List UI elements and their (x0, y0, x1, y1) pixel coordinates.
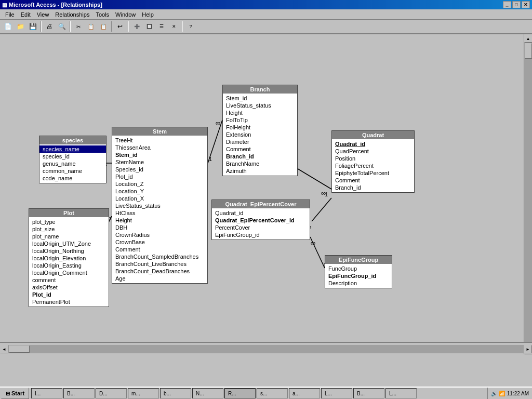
field-plot-id[interactable]: Plot_id (29, 291, 109, 298)
field-stem-height[interactable]: Height (112, 217, 207, 224)
field-stem-species[interactable]: Species_id (112, 166, 207, 173)
taskbar-item-9[interactable]: a... (289, 388, 320, 398)
field-foliagepercent[interactable]: FoliagePercent (332, 162, 414, 169)
close-button[interactable]: ✕ (522, 1, 530, 8)
taskbar-item-4[interactable]: m... (128, 388, 159, 398)
menu-edit[interactable]: Edit (18, 10, 34, 19)
taskbar-item-11[interactable]: B... (353, 388, 384, 398)
taskbar-item-2[interactable]: B... (63, 388, 95, 398)
field-epiphytetotal[interactable]: EpiphyteTotalPercent (332, 169, 414, 177)
scroll-up[interactable]: ▲ (524, 34, 533, 43)
field-stem-name[interactable]: StemName (112, 158, 207, 166)
menu-view[interactable]: View (34, 10, 52, 19)
show-all-button[interactable]: ☰ (156, 21, 167, 32)
scroll-left[interactable]: ◄ (0, 345, 8, 353)
taskbar-item-5[interactable]: b... (160, 388, 191, 398)
field-plot-size[interactable]: plot_size (29, 225, 109, 233)
field-position[interactable]: Position (332, 155, 414, 162)
menu-tools[interactable]: Tools (92, 10, 112, 19)
field-epi-id[interactable]: Quadrat_EpiPercentCover_id (212, 217, 310, 224)
field-branch-height[interactable]: Height (223, 109, 297, 116)
field-stem-crownradius[interactable]: CrownRadius (112, 231, 207, 238)
menu-help[interactable]: Help (139, 10, 157, 19)
field-stem-locz[interactable]: Location_Z (112, 180, 207, 188)
add-table-button[interactable]: ➕ (131, 21, 142, 32)
field-quadrat-comment[interactable]: Comment (332, 177, 414, 184)
taskbar-item-3[interactable]: D... (96, 388, 127, 398)
field-branch-livestatus[interactable]: LiveStatus_status (223, 102, 297, 109)
cut-button[interactable]: ✂ (73, 21, 84, 32)
minimize-button[interactable]: _ (503, 1, 511, 8)
field-branch-name[interactable]: BranchName (223, 160, 297, 167)
field-stem-branchlive[interactable]: BranchCount_LiveBranches (112, 260, 207, 268)
new-button[interactable]: 📄 (2, 21, 14, 32)
taskbar-item-6[interactable]: N... (192, 388, 223, 398)
preview-button[interactable]: 🔍 (56, 21, 68, 32)
field-local-utm[interactable]: localOrigin_UTM_Zone (29, 240, 109, 247)
field-common-name[interactable]: common_name (39, 167, 106, 175)
field-epifuncgroup-id2[interactable]: EpiFuncGroup_id (325, 272, 392, 280)
field-local-easting[interactable]: localOrigin_Easting (29, 262, 109, 269)
field-stem-htclass[interactable]: HtClass (112, 209, 207, 217)
menu-file[interactable]: File (2, 10, 18, 19)
field-description[interactable]: Description (325, 280, 392, 287)
field-quadrat-branchid[interactable]: Branch_id (332, 184, 414, 191)
scroll-track-h[interactable] (8, 345, 524, 353)
taskbar-item-10[interactable]: L... (321, 388, 352, 398)
field-branch-id[interactable]: Branch_id (223, 153, 297, 160)
table-plot-header[interactable]: Plot (29, 209, 109, 217)
field-epifuncgroup-id[interactable]: EpiFuncGroup_id (212, 231, 310, 238)
field-species-id[interactable]: species_id (39, 153, 106, 160)
field-epi-quadratid[interactable]: Quadrat_id (212, 209, 310, 217)
clear-layout-button[interactable]: ✕ (168, 21, 180, 32)
field-stem-treeht[interactable]: TreeHt (112, 137, 207, 144)
field-local-elevation[interactable]: localOrigin_Elevation (29, 255, 109, 262)
field-quadrat-id[interactable]: Quadrat_id (332, 140, 414, 148)
field-stem-crownbase[interactable]: CrownBase (112, 238, 207, 246)
menu-window[interactable]: Window (112, 10, 139, 19)
field-quadpercent[interactable]: QuadPercent (332, 148, 414, 155)
table-branch-header[interactable]: Branch (223, 85, 297, 94)
table-epifuncgroup-header[interactable]: EpiFuncGroup (325, 256, 392, 264)
field-branch-comment[interactable]: Comment (223, 145, 297, 153)
field-stem-locy[interactable]: Location_Y (112, 188, 207, 195)
field-stem-thiessen[interactable]: ThiessenArea (112, 144, 207, 151)
field-axis-offset[interactable]: axisOffset (29, 284, 109, 291)
field-branch-folheight[interactable]: FolHeight (223, 124, 297, 131)
field-permanent-plot[interactable]: PermanentPlot (29, 298, 109, 305)
print-button[interactable]: 🖨 (44, 21, 55, 32)
field-species-name[interactable]: species_name (39, 145, 106, 153)
scroll-thumb-h[interactable] (9, 345, 30, 353)
show-table-button[interactable]: 🔲 (143, 21, 155, 32)
field-plot-name[interactable]: plot_name (29, 233, 109, 240)
taskbar-item-relationships[interactable]: R... (224, 388, 256, 398)
menu-relationships[interactable]: Relationships (52, 10, 92, 19)
field-stem-comment[interactable]: Comment (112, 246, 207, 253)
field-code-name[interactable]: code_name (39, 175, 106, 182)
scroll-right[interactable]: ► (524, 345, 532, 353)
field-branch-azimuth[interactable]: Azimuth (223, 167, 297, 175)
field-stem-livestatus[interactable]: LiveStatus_status (112, 202, 207, 209)
taskbar-item-1[interactable]: I... (31, 388, 62, 398)
maximize-button[interactable]: □ (512, 1, 521, 8)
table-stem-header[interactable]: Stem (112, 127, 207, 136)
taskbar-item-12[interactable]: L... (385, 388, 417, 398)
start-button[interactable]: ⊞ Start (1, 388, 29, 399)
scroll-track-v[interactable] (524, 43, 533, 346)
save-button[interactable]: 💾 (27, 21, 38, 32)
paste-button[interactable]: 📋 (98, 21, 109, 32)
field-branch-foltotip[interactable]: FolToTip (223, 116, 297, 124)
field-local-comment[interactable]: localOrigin_Comment (29, 269, 109, 276)
table-species-header[interactable]: species (39, 136, 106, 144)
open-button[interactable]: 📁 (15, 21, 26, 32)
field-comment[interactable]: comment (29, 276, 109, 284)
field-branch-diameter[interactable]: Diameter (223, 138, 297, 145)
field-stem-branchsampled[interactable]: BranchCount_SampledBranches (112, 253, 207, 260)
field-local-northing[interactable]: localOrigin_Northing (29, 247, 109, 255)
vertical-scrollbar[interactable]: ▲ ▼ (524, 34, 532, 354)
field-genus-name[interactable]: genus_name (39, 160, 106, 167)
table-quadrat-epi-header[interactable]: Quadrat_EpiPercentCover (212, 200, 310, 208)
field-branch-extension[interactable]: Extension (223, 131, 297, 138)
undo-button[interactable]: ↩ (114, 21, 126, 32)
taskbar-item-8[interactable]: s... (257, 388, 288, 398)
